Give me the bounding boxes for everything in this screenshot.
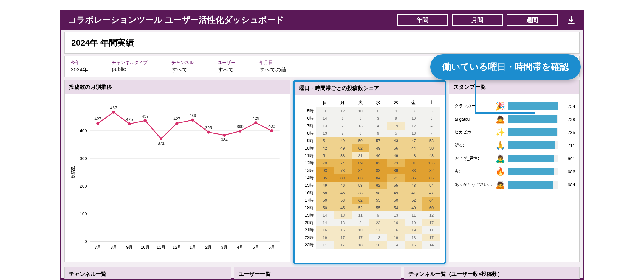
- heatmap-cell: 8: [352, 219, 369, 226]
- svg-text:400: 400: [268, 124, 275, 129]
- heatmap-cell: 89: [352, 159, 369, 167]
- svg-text:12月: 12月: [172, 245, 181, 250]
- svg-point-31: [160, 137, 162, 140]
- heatmap-cell: 50: [352, 137, 369, 144]
- heatmap-cell: 12: [405, 122, 423, 130]
- heatmap-cell: 62: [352, 197, 369, 204]
- svg-text:9月: 9月: [126, 245, 133, 250]
- stamp-row: :arigatou:🙇739: [453, 113, 575, 126]
- filter-item[interactable]: チャンネルすべて: [171, 60, 194, 73]
- heatmap-cell: 6: [369, 107, 387, 115]
- stamp-emoji-icon: 🙇: [495, 180, 505, 189]
- heatmap-cell: 41: [405, 189, 423, 197]
- heatmap-hour-label: 22時: [299, 235, 316, 240]
- heatmap-cell: 55: [369, 197, 387, 204]
- filter-item[interactable]: ユーザーすべて: [218, 60, 236, 73]
- stamp-value: 754: [561, 104, 575, 109]
- filter-label: ユーザー: [218, 60, 236, 66]
- heatmap-cell: 9: [316, 107, 334, 115]
- heatmap-hour-label: 10時: [299, 146, 316, 151]
- filter-item[interactable]: 今年2024年: [71, 60, 88, 73]
- heatmap-cell: 47: [405, 137, 423, 144]
- stamp-row: :祈る:🙏711: [453, 139, 575, 152]
- heatmap-cell: 71: [387, 174, 405, 182]
- svg-text:427: 427: [94, 116, 101, 121]
- stamp-bar-fill: [508, 115, 557, 123]
- period-week-button[interactable]: 週間: [507, 14, 558, 26]
- heatmap-cell: 106: [422, 159, 440, 167]
- heatmap-cell: 56: [387, 144, 405, 152]
- heatmap-cell: 16: [387, 219, 405, 226]
- heatmap-cell: 62: [352, 144, 369, 152]
- svg-text:2月: 2月: [205, 245, 212, 250]
- heatmap-cell: 43: [422, 152, 440, 159]
- stamp-bar-track: [508, 141, 558, 149]
- heatmap-cell: 18: [369, 241, 387, 249]
- heatmap-cell: 84: [352, 167, 369, 174]
- heatmap-hour-label: 6時: [299, 116, 316, 121]
- heatmap-hour-label: 9時: [299, 138, 316, 144]
- svg-text:8月: 8月: [110, 245, 117, 250]
- stamp-chart: :クラッカー:🎉754:arigatou:🙇739:ピカピカ:✨735:祈る:🙏…: [449, 94, 579, 262]
- heatmap-cell: 44: [405, 144, 423, 152]
- heatmap-cell: 6: [334, 115, 352, 122]
- stamp-emoji-icon: 🙇: [495, 115, 505, 124]
- stamp-bar-fill: [508, 181, 553, 189]
- heatmap-callout-text: 働いている曜日・時間帯を確認: [430, 54, 581, 80]
- filter-item[interactable]: チャンネルタイプpublic: [112, 60, 148, 73]
- heatmap-cell: 7: [334, 130, 352, 137]
- heatmap-cell: 83: [369, 167, 387, 174]
- svg-text:投稿数: 投稿数: [70, 166, 75, 179]
- year-title: 2024年 年間実績: [64, 32, 580, 54]
- filter-item[interactable]: 年月日すべての値: [259, 60, 286, 73]
- heatmap-cell: 16: [387, 226, 405, 234]
- period-year-button[interactable]: 年間: [397, 14, 448, 26]
- heatmap-cell: 53: [334, 197, 352, 204]
- heatmap-cell: 19: [387, 122, 405, 130]
- header-title: コラボレーションツール ユーザー活性化ダッシュボード: [68, 14, 397, 26]
- heatmap-cell: 89: [334, 174, 352, 182]
- heatmap-cell: 10: [405, 219, 423, 226]
- heatmap-cell: 19: [405, 226, 423, 234]
- stamp-row: :おじぎ_男性:🙇‍♂️691: [453, 152, 575, 165]
- svg-text:7月: 7月: [95, 245, 101, 250]
- heatmap-cell: 45: [334, 204, 352, 211]
- period-month-button[interactable]: 月間: [452, 14, 503, 26]
- heatmap-cell: 13: [387, 211, 405, 219]
- heatmap-chart: x日月火水木金土5時9121069886時1469391067時13713419…: [295, 95, 445, 263]
- heatmap-cell: 50: [387, 197, 405, 204]
- stamp-name: :祈る:: [453, 143, 492, 148]
- filter-label: 年月日: [259, 60, 286, 66]
- heatmap-cell: 13: [316, 122, 334, 130]
- heatmap-cell: 13: [405, 130, 423, 137]
- filter-value: すべて: [218, 66, 236, 73]
- heatmap-cell: 17: [352, 234, 369, 241]
- svg-text:425: 425: [126, 117, 133, 122]
- heatmap-cell: 17: [422, 234, 440, 241]
- stamp-bar-track: [508, 155, 558, 162]
- heatmap-cell: 50: [422, 144, 440, 152]
- heatmap-cell: 13: [316, 130, 334, 137]
- stamp-name: :ピカピカ:: [453, 130, 492, 135]
- stamp-name: :火:: [453, 169, 492, 174]
- svg-text:5月: 5月: [253, 245, 259, 250]
- svg-text:1月: 1月: [189, 245, 196, 250]
- svg-point-27: [128, 122, 131, 125]
- monthly-line-panel: 投稿数の月別推移 0100200300400投稿数7月8月9月10月11月12月…: [64, 80, 290, 262]
- heatmap-cell: 12: [334, 107, 352, 115]
- heatmap-hour-label: 19時: [299, 213, 316, 218]
- heatmap-cell: 82: [422, 167, 440, 174]
- heatmap-cell: 14: [422, 241, 440, 249]
- heatmap-cell: 4: [369, 122, 387, 130]
- download-icon[interactable]: [566, 15, 576, 25]
- svg-text:10月: 10月: [141, 245, 150, 250]
- heatmap-cell: 52: [352, 204, 369, 211]
- filter-value: すべて: [171, 66, 194, 73]
- heatmap-cell: 58: [369, 189, 387, 197]
- heatmap-cell: 18: [334, 211, 352, 219]
- heatmap-cell: 83: [405, 167, 423, 174]
- heatmap-cell: 62: [369, 182, 387, 189]
- heatmap-day-header: 土: [422, 100, 440, 107]
- stamp-row: :ピカピカ:✨735: [453, 126, 575, 139]
- heatmap-cell: 9: [369, 211, 387, 219]
